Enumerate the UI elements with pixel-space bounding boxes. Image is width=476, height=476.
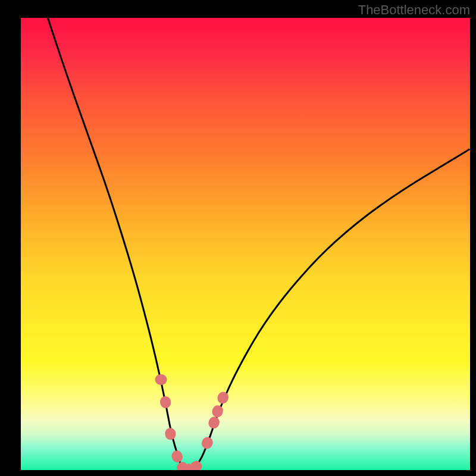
marker-point — [211, 404, 224, 419]
marker-point — [189, 459, 203, 470]
marker-point — [164, 427, 177, 441]
chart-svg — [21, 18, 470, 470]
marker-point — [216, 390, 230, 405]
curve-line — [48, 18, 470, 470]
marker-point — [159, 395, 172, 409]
chart-plot-area — [21, 18, 470, 470]
marker-point — [207, 415, 221, 430]
marker-point — [175, 460, 190, 470]
marker-points — [155, 374, 230, 470]
marker-point — [183, 463, 196, 470]
bottleneck-curve-path — [48, 18, 470, 470]
marker-point — [200, 435, 215, 450]
marker-point — [155, 374, 167, 385]
marker-point — [170, 449, 184, 464]
attribution-text: TheBottleneck.com — [358, 2, 470, 18]
